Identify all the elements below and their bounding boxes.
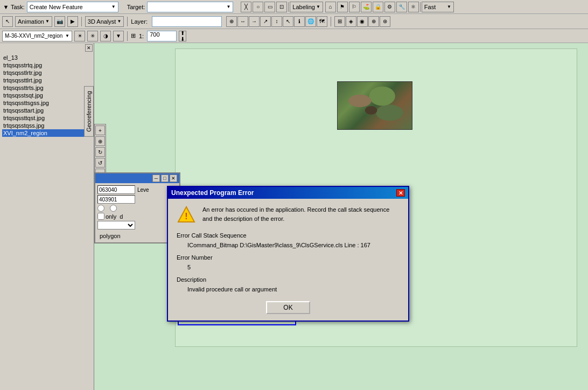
dialog-message-line2: and the description of the error. [202,214,389,224]
sep2 [420,2,421,12]
sep3 [81,17,82,26]
animation-label: Animation [18,18,44,25]
toolbar-arrow-icon[interactable]: ▼ [2,2,10,12]
layer-label: Layer: [131,18,148,25]
speed-dropdown[interactable]: Fast ▼ [422,2,454,12]
snap-icon[interactable]: ╳ [241,2,251,12]
labeling-arrow: ▼ [316,4,320,9]
flag2-icon[interactable]: ⚐ [349,2,360,12]
analyst-label: 3D Analyst [88,18,116,25]
tool-icon[interactable]: 🔧 [396,2,407,12]
scale-spin-icon[interactable]: ⬆⬇ [179,31,186,41]
flag3-icon[interactable]: ⛳ [361,2,372,12]
stroke-icon[interactable]: ◉ [357,16,368,27]
scale-value: 700 [150,31,159,38]
description-value: Invalid procedure call or argument [187,285,400,295]
animation-arrow: ▼ [45,19,50,24]
target-dropdown[interactable]: ▼ [147,2,233,12]
dialog-icon-row: ! An error has occured in the applicatio… [177,205,400,225]
main-area: ✕ el_13 trtqsqsstrtq.jpg trtqsqsstlrtr.j… [0,43,588,390]
dialog-message-block: An error has occured in the application.… [202,205,389,223]
measure-icon[interactable]: ↕ [271,16,282,27]
analyst-dropdown[interactable]: 3D Analyst ▼ [85,16,124,27]
warning-icon: ! [177,205,196,225]
grid-icon[interactable]: ⊞ [334,16,345,27]
error-dialog: Unexpected Program Error ✕ ! An error ha… [167,186,409,322]
brightness-icon[interactable]: ☀ [74,31,85,41]
route-icon[interactable]: → [249,16,260,27]
globe-icon[interactable]: 🌐 [305,16,316,27]
toolbar-row2: ↖ Animation ▼ 📷 ▶ 3D Analyst ▼ Layer: ⊕ … [0,14,588,29]
labeling-label: Labeling [292,4,315,10]
asterisk-icon[interactable]: ✳ [87,31,98,41]
task-dropdown-arrow: ▼ [111,4,116,9]
toolbar-row3: M-36-XXVI_nm2_region ▼ ☀ ✳ ◑ ▼ ⊞ 1: 700 … [0,29,588,43]
house-icon[interactable]: ⌂ [325,2,336,12]
dialog-titlebar: Unexpected Program Error ✕ [168,187,408,199]
dialog-title: Unexpected Program Error [171,189,254,197]
labeling-dropdown[interactable]: Labeling ▼ [290,2,323,12]
globe2-icon[interactable]: 🗺 [317,16,327,27]
camera-icon[interactable]: 📷 [54,16,65,27]
dialog-overlay: Unexpected Program Error ✕ ! An error ha… [0,43,588,390]
region-dropdown[interactable]: M-36-XXVI_nm2_region ▼ [2,31,72,41]
scale-label: 1: [139,33,144,39]
region-value: M-36-XXVI_nm2_region [5,33,65,39]
task-value: Create New Feature [30,4,111,10]
sep4 [127,17,128,26]
pointer-icon[interactable]: ↖ [283,16,293,27]
lock-icon[interactable]: 🔒 [373,2,383,12]
sep1 [288,2,289,12]
animation-dropdown[interactable]: Animation ▼ [15,16,52,27]
ok-button[interactable]: OK [266,301,310,314]
fill-icon[interactable]: ◈ [346,16,356,27]
dotted-icon[interactable]: ⊡ [276,2,287,12]
toolbar-row1: ▼ Task: Create New Feature ▼ Target: ▼ ╳… [0,0,588,14]
sep5 [331,17,331,26]
atom-icon[interactable]: ⚛ [408,2,419,12]
svg-text:!: ! [185,212,187,221]
target-label: Target: [127,4,145,10]
scale-icon: ⊞ [131,32,136,39]
pan1-icon[interactable]: ⊕ [226,16,237,27]
analyst-arrow: ▼ [117,19,121,24]
dialog-details: Error Call Stack Sequence ICommand_Bitma… [177,231,400,295]
error-number-label: Error Number [177,253,400,263]
gear-icon[interactable]: ⚙ [384,2,395,12]
dialog-ok-row: OK [177,301,400,314]
dialog-message-line1: An error has occured in the application.… [202,205,389,214]
call-stack-label: Error Call Stack Sequence [177,231,400,241]
down-icon[interactable]: ▼ [113,31,124,41]
description-label: Description [177,275,400,285]
layer-input[interactable] [152,16,222,27]
speed-label: Fast [424,4,446,10]
task-dropdown[interactable]: Create New Feature ▼ [27,2,118,12]
dialog-body: ! An error has occured in the applicatio… [168,199,408,321]
select-icon[interactable]: ↖ [2,16,13,27]
node-icon[interactable]: ⊛ [380,16,390,27]
target-dropdown-arrow: ▼ [226,4,230,9]
pan2-icon[interactable]: ↔ [237,16,248,27]
region-arrow: ▼ [65,33,69,38]
flag1-icon[interactable]: ⚑ [337,2,348,12]
contrast-icon[interactable]: ◑ [100,31,111,41]
task-label: Task: [11,4,25,10]
error-number-value: 5 [187,263,400,273]
dialog-close-button[interactable]: ✕ [396,189,405,197]
identify-icon[interactable]: ℹ [294,16,305,27]
video-icon[interactable]: ▶ [67,16,78,27]
connect-icon[interactable]: ⊕ [368,16,379,27]
scale-input[interactable]: 700 [147,31,177,41]
rect-icon[interactable]: ▭ [264,2,275,12]
sep6 [127,31,128,41]
speed-arrow: ▼ [447,4,451,9]
call-stack-value: ICommand_Bitmap D:\GisMaster9\class_9\Cl… [187,241,400,250]
route2-icon[interactable]: ↗ [260,16,271,27]
circle-icon[interactable]: ○ [253,2,263,12]
